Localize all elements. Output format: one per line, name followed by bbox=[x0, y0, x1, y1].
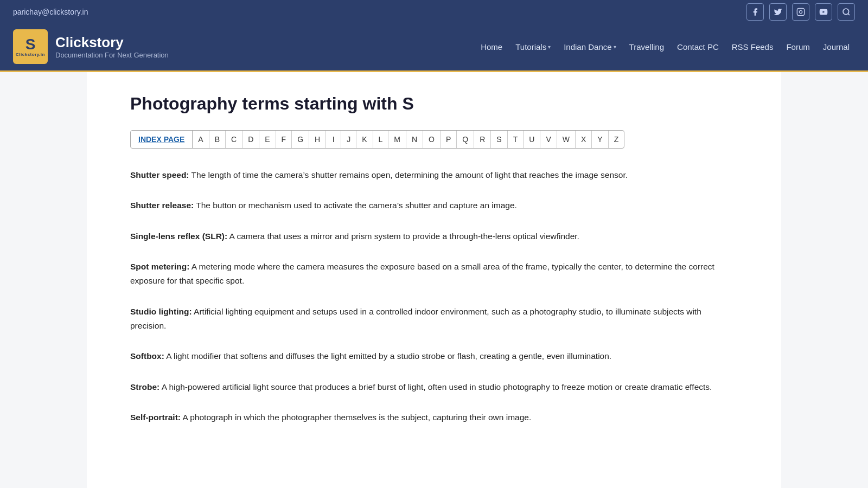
nav-rss-feeds[interactable]: RSS Feeds bbox=[726, 39, 779, 55]
term-entry: Spot metering: A metering mode where the… bbox=[130, 260, 738, 288]
twitter-icon[interactable] bbox=[769, 3, 787, 21]
alpha-T[interactable]: T bbox=[508, 131, 524, 148]
main-content: Photography terms starting with S INDEX … bbox=[87, 72, 781, 488]
page-title: Photography terms starting with S bbox=[130, 94, 738, 114]
indian-dance-dropdown-arrow: ▾ bbox=[614, 44, 616, 50]
logo-area: S Clickstory.in Clickstory Documentation… bbox=[13, 29, 169, 64]
term-name: Shutter speed: bbox=[130, 170, 189, 179]
index-page-link[interactable]: INDEX PAGE bbox=[131, 131, 193, 148]
term-definition: A light modifier that softens and diffus… bbox=[166, 351, 611, 361]
term-definition: A metering mode where the camera measure… bbox=[130, 262, 714, 285]
alpha-Z[interactable]: Z bbox=[609, 131, 624, 148]
term-name: Single-lens reflex (SLR): bbox=[130, 232, 227, 241]
logo-subtext: Clickstory.in bbox=[16, 52, 45, 57]
nav-journal[interactable]: Journal bbox=[818, 39, 855, 55]
term-entry: Shutter release: The button or mechanism… bbox=[130, 198, 738, 213]
alpha-J[interactable]: J bbox=[341, 131, 356, 148]
alpha-S[interactable]: S bbox=[491, 131, 507, 148]
term-entry: Studio lighting: Artificial lighting equ… bbox=[130, 305, 738, 333]
site-header: S Clickstory.in Clickstory Documentation… bbox=[0, 24, 868, 72]
top-bar: parichay@clickstory.in bbox=[0, 0, 868, 24]
term-name: Softbox: bbox=[130, 351, 164, 361]
main-nav: Home Tutorials ▾ Indian Dance ▾ Travelli… bbox=[475, 39, 855, 55]
term-name: Self-portrait: bbox=[130, 413, 181, 422]
term-name: Studio lighting: bbox=[130, 307, 192, 316]
term-entry: Softbox: A light modifier that softens a… bbox=[130, 349, 738, 363]
logo-box: S Clickstory.in bbox=[13, 29, 48, 64]
term-entry: Self-portrait: A photograph in which the… bbox=[130, 410, 738, 425]
nav-indian-dance[interactable]: Indian Dance ▾ bbox=[558, 39, 621, 55]
alpha-X[interactable]: X bbox=[576, 131, 592, 148]
alpha-D[interactable]: D bbox=[242, 131, 259, 148]
term-entry: Shutter speed: The length of time the ca… bbox=[130, 168, 738, 182]
youtube-icon[interactable] bbox=[815, 3, 832, 21]
nav-contact-pc[interactable]: Contact PC bbox=[672, 39, 724, 55]
term-definition: Artificial lighting equipment and setups… bbox=[130, 307, 701, 330]
term-entry: Single-lens reflex (SLR): A camera that … bbox=[130, 229, 738, 243]
alpha-M[interactable]: M bbox=[388, 131, 406, 148]
alpha-A[interactable]: A bbox=[193, 131, 209, 148]
alpha-Q[interactable]: Q bbox=[457, 131, 474, 148]
term-name: Shutter release: bbox=[130, 201, 194, 210]
alpha-V[interactable]: V bbox=[540, 131, 557, 148]
instagram-icon[interactable] bbox=[792, 3, 809, 21]
term-name: Strobe: bbox=[130, 382, 159, 391]
alpha-P[interactable]: P bbox=[441, 131, 457, 148]
alpha-K[interactable]: K bbox=[356, 131, 373, 148]
facebook-icon[interactable] bbox=[746, 3, 764, 21]
term-definition: A camera that uses a mirror and prism sy… bbox=[229, 232, 579, 241]
search-icon[interactable] bbox=[838, 3, 855, 21]
alpha-L[interactable]: L bbox=[373, 131, 389, 148]
alpha-W[interactable]: W bbox=[557, 131, 576, 148]
logo-letter: S bbox=[25, 37, 36, 52]
alpha-Y[interactable]: Y bbox=[592, 131, 608, 148]
social-icons-bar bbox=[746, 3, 855, 21]
term-definition: A high-powered artificial light source t… bbox=[162, 382, 712, 391]
email-address: parichay@clickstory.in bbox=[13, 8, 88, 16]
svg-point-3 bbox=[843, 9, 849, 15]
alpha-E[interactable]: E bbox=[259, 131, 276, 148]
term-entry: Strobe: A high-powered artificial light … bbox=[130, 380, 738, 394]
tutorials-dropdown-arrow: ▾ bbox=[548, 44, 551, 50]
term-definition: The length of time the camera’s shutter … bbox=[192, 170, 628, 179]
term-definition: A photograph in which the photographer t… bbox=[182, 413, 531, 422]
nav-travelling[interactable]: Travelling bbox=[624, 39, 669, 55]
nav-forum[interactable]: Forum bbox=[781, 39, 815, 55]
site-tagline: Documentation For Next Generation bbox=[55, 51, 169, 59]
alphabet-nav: INDEX PAGE A B C D E F G H I J K L M N O… bbox=[130, 130, 624, 149]
terms-list: Shutter speed: The length of time the ca… bbox=[130, 168, 738, 425]
alpha-G[interactable]: G bbox=[292, 131, 309, 148]
term-definition: The button or mechanism used to activate… bbox=[196, 201, 517, 210]
term-name: Spot metering: bbox=[130, 262, 189, 271]
alpha-O[interactable]: O bbox=[423, 131, 441, 148]
alpha-R[interactable]: R bbox=[474, 131, 491, 148]
site-identity: Clickstory Documentation For Next Genera… bbox=[55, 34, 169, 59]
alpha-I[interactable]: I bbox=[326, 131, 341, 148]
alpha-U[interactable]: U bbox=[524, 131, 540, 148]
nav-tutorials[interactable]: Tutorials ▾ bbox=[510, 39, 556, 55]
svg-rect-0 bbox=[797, 8, 804, 15]
svg-line-4 bbox=[848, 14, 850, 15]
alpha-F[interactable]: F bbox=[276, 131, 292, 148]
site-name[interactable]: Clickstory bbox=[55, 34, 169, 51]
alpha-H[interactable]: H bbox=[309, 131, 326, 148]
alpha-N[interactable]: N bbox=[406, 131, 423, 148]
nav-home[interactable]: Home bbox=[475, 39, 508, 55]
alpha-C[interactable]: C bbox=[226, 131, 242, 148]
alpha-B[interactable]: B bbox=[209, 131, 226, 148]
